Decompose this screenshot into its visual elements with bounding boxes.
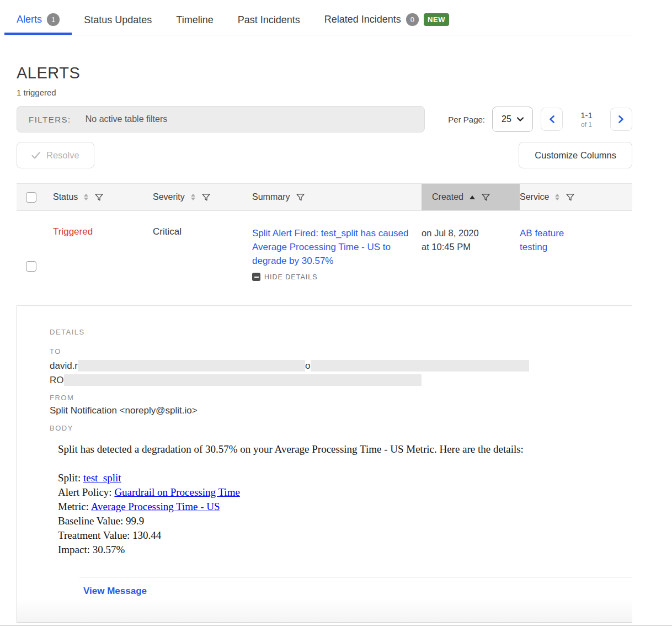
- sort-icon[interactable]: [84, 194, 88, 200]
- tab-timeline[interactable]: Timeline: [164, 9, 225, 35]
- tab-bar: Alerts 1 Status Updates Timeline Past In…: [4, 8, 632, 35]
- to-recipients-line-1: david.ro: [50, 359, 632, 373]
- created-cell: on Jul 8, 2020 at 10:45 PM: [422, 211, 520, 305]
- tab-past-incidents-label: Past Incidents: [238, 14, 300, 26]
- select-all-checkbox[interactable]: [26, 192, 36, 203]
- filter-icon[interactable]: [566, 193, 575, 202]
- hide-details-toggle[interactable]: HIDE DETAILS: [252, 273, 422, 281]
- redacted-text: [64, 374, 422, 386]
- created-date: on Jul 8, 2020: [422, 226, 520, 240]
- column-status-label: Status: [53, 192, 78, 202]
- split-link[interactable]: test_split: [83, 472, 121, 484]
- row-checkbox[interactable]: [26, 261, 36, 272]
- column-header-summary[interactable]: Summary: [252, 184, 422, 210]
- alert-policy-link[interactable]: Guardrail on Processing Time: [114, 486, 239, 498]
- from-label: FROM: [50, 394, 632, 402]
- filter-icon[interactable]: [481, 193, 490, 202]
- page-total: of 1: [570, 121, 602, 129]
- hide-details-label: HIDE DETAILS: [264, 273, 318, 281]
- view-message-link[interactable]: View Message: [83, 586, 147, 597]
- column-header-status[interactable]: Status: [53, 184, 153, 210]
- tab-alerts[interactable]: Alerts 1: [4, 8, 72, 35]
- details-section-label: DETAILS: [50, 328, 632, 336]
- tab-related-incidents[interactable]: Related Incidents 0 NEW: [312, 8, 461, 35]
- column-header-severity[interactable]: Severity: [153, 184, 252, 210]
- sort-icon[interactable]: [555, 194, 559, 200]
- metric-link[interactable]: Average Processing Time - US: [91, 501, 220, 512]
- email-split-line: Split: test_split: [58, 471, 632, 485]
- service-cell: AB feature testing: [520, 211, 632, 305]
- alert-policy-label: Alert Policy:: [58, 486, 114, 498]
- alert-details-panel: DETAILS TO david.ro RO FROM Split Notifi…: [17, 306, 632, 623]
- column-service-label: Service: [520, 192, 549, 202]
- email-impact-line: Impact: 30.57%: [58, 543, 632, 557]
- column-header-created[interactable]: Created: [422, 184, 520, 210]
- column-created-label: Created: [432, 192, 463, 202]
- toolbar-actions: Resolve Customize Columns: [17, 142, 632, 168]
- alerts-table: Status Severity Summary Creat: [17, 183, 632, 623]
- row-checkbox-cell: [17, 211, 53, 305]
- details-divider: [79, 577, 632, 577]
- page-range: 1-1: [570, 110, 602, 120]
- severity-cell: Critical: [153, 211, 252, 305]
- tab-past-incidents[interactable]: Past Incidents: [226, 9, 312, 35]
- split-label: Split:: [58, 472, 83, 484]
- to-recipient-fragment: o: [305, 360, 310, 371]
- to-recipient-fragment: RO: [50, 375, 64, 385]
- to-recipients-line-2: RO: [50, 373, 632, 387]
- resolve-button[interactable]: Resolve: [17, 142, 94, 168]
- to-recipient-fragment: david.r: [50, 360, 78, 371]
- triggered-count: 1 triggered: [17, 88, 632, 97]
- body-label: BODY: [50, 424, 632, 432]
- per-page-select[interactable]: 25: [492, 107, 533, 132]
- chevron-left-icon: [549, 115, 554, 123]
- email-detail-lines: Split: test_split Alert Policy: Guardrai…: [58, 471, 632, 557]
- service-link[interactable]: AB feature testing: [520, 226, 580, 254]
- summary-link[interactable]: Split Alert Fired: test_split has caused…: [252, 226, 413, 268]
- next-page-button[interactable]: [610, 108, 632, 131]
- filter-icon[interactable]: [296, 193, 305, 202]
- related-incidents-count-badge: 0: [406, 13, 419, 26]
- tab-related-incidents-label: Related Incidents: [324, 14, 401, 25]
- status-cell: Triggered: [53, 211, 153, 305]
- filters-label: FILTERS:: [29, 115, 71, 124]
- customize-columns-label: Customize Columns: [535, 150, 616, 161]
- column-severity-label: Severity: [153, 192, 185, 202]
- header-checkbox-cell: [17, 184, 53, 210]
- checkmark-icon: [31, 152, 40, 159]
- redacted-text: [311, 360, 529, 372]
- email-alert-policy-line: Alert Policy: Guardrail on Processing Ti…: [58, 485, 632, 500]
- pagination-controls: Per Page: 25 1-1 of 1: [425, 107, 632, 132]
- per-page-value: 25: [502, 114, 511, 124]
- email-body: Split has detected a degradation of 30.5…: [58, 442, 632, 557]
- email-treatment-line: Treatment Value: 130.44: [58, 528, 632, 543]
- page-indicator: 1-1 of 1: [570, 110, 602, 129]
- filter-icon[interactable]: [201, 193, 211, 202]
- filters-value: No active table filters: [86, 114, 168, 124]
- alerts-count-badge: 1: [47, 13, 60, 26]
- email-metric-line: Metric: Average Processing Time - US: [58, 500, 632, 514]
- from-value: Split Notification <noreply@split.io>: [50, 405, 632, 416]
- filters-bar: FILTERS: No active table filters: [17, 106, 425, 132]
- to-label: TO: [50, 347, 632, 356]
- sort-icon[interactable]: [191, 194, 195, 200]
- tab-status-updates[interactable]: Status Updates: [72, 9, 164, 35]
- redacted-text: [78, 360, 305, 372]
- metric-label: Metric:: [58, 501, 91, 512]
- tab-status-updates-label: Status Updates: [84, 14, 152, 26]
- table-row: Triggered Critical Split Alert Fired: te…: [17, 211, 632, 306]
- table-header-row: Status Severity Summary Creat: [17, 183, 632, 211]
- customize-columns-button[interactable]: Customize Columns: [519, 142, 632, 168]
- tab-alerts-label: Alerts: [17, 14, 42, 25]
- tab-timeline-label: Timeline: [176, 14, 213, 26]
- column-summary-label: Summary: [252, 192, 290, 202]
- chevron-down-icon: [517, 117, 524, 121]
- created-time: at 10:45 PM: [422, 240, 520, 254]
- sort-ascending-icon[interactable]: [470, 195, 475, 199]
- filter-icon[interactable]: [94, 193, 104, 202]
- column-header-service[interactable]: Service: [520, 184, 632, 210]
- email-intro: Split has detected a degradation of 30.5…: [58, 442, 632, 457]
- summary-cell: Split Alert Fired: test_split has caused…: [252, 211, 422, 305]
- prev-page-button[interactable]: [541, 108, 563, 131]
- email-baseline-line: Baseline Value: 99.9: [58, 514, 632, 528]
